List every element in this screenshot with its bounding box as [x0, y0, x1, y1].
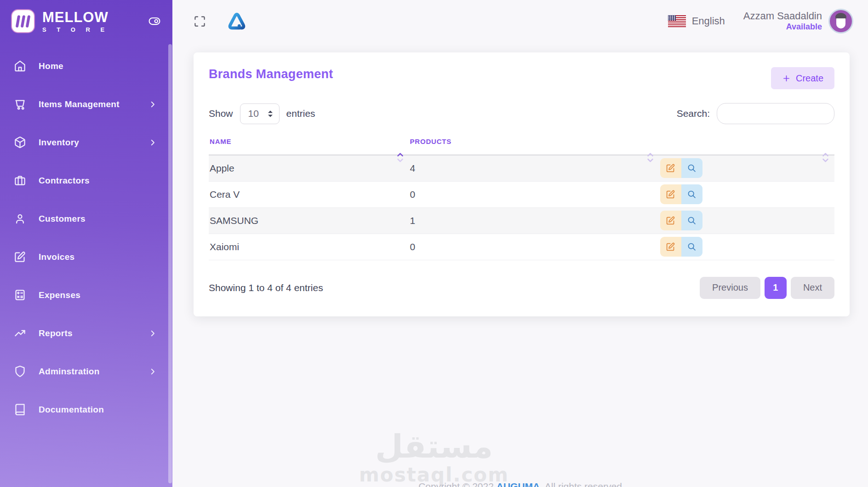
page-size-value: 10	[248, 108, 259, 119]
edit-icon	[666, 216, 675, 225]
sidebar-item-label: Expenses	[39, 290, 80, 300]
sidebar-item-inventory[interactable]: Inventory	[0, 123, 172, 161]
user-menu[interactable]: Azzam Saadaldin Available	[743, 10, 822, 32]
search-input[interactable]	[717, 103, 834, 124]
page-size-select[interactable]: 10	[240, 103, 280, 124]
brand-name-cell: Xaiomi	[209, 234, 409, 260]
trending-up-icon	[14, 327, 26, 339]
sidebar-item-label: Reports	[39, 328, 73, 338]
sort-asc-icon	[647, 152, 654, 157]
user-status: Available	[743, 22, 822, 32]
next-page-button[interactable]: Next	[791, 277, 834, 299]
sidebar-item-label: Inventory	[39, 138, 79, 148]
brand-products-cell: 1	[409, 207, 659, 234]
avatar[interactable]	[828, 9, 853, 34]
table-controls: Show 10 entries Search:	[209, 103, 834, 124]
edit-button[interactable]	[660, 237, 681, 257]
fullscreen-icon[interactable]	[194, 15, 206, 28]
cart-icon	[14, 98, 26, 110]
sidebar-item-label: Invoices	[39, 252, 74, 262]
chevron-right-icon	[148, 100, 157, 109]
edit-icon	[666, 242, 675, 252]
copyright-suffix: , All rights reserved	[540, 481, 622, 487]
edit-button[interactable]	[660, 184, 681, 204]
main-area: English Azzam Saadaldin Available Brands…	[172, 0, 868, 487]
copyright-brand-link: AUGUMA	[497, 481, 540, 487]
brand-products-cell: 0	[409, 181, 659, 207]
view-button[interactable]	[681, 158, 702, 178]
current-page-button[interactable]: 1	[765, 277, 787, 299]
user-name: Azzam Saadaldin	[743, 10, 822, 22]
brand-name: MELLOW	[42, 10, 109, 24]
sidebar-item-adminstration[interactable]: Adminstration	[0, 352, 172, 390]
book-icon	[14, 403, 26, 416]
edit-button[interactable]	[660, 158, 681, 178]
box-icon	[14, 136, 26, 149]
sidebar-nav: Home Items Management Inventory Contract…	[0, 47, 172, 429]
sidebar-header: MELLOW S T O R E	[0, 0, 172, 33]
show-label: Show	[209, 108, 233, 119]
chevron-right-icon	[148, 329, 157, 338]
table-footer: Showing 1 to 4 of 4 entries Previous 1 N…	[209, 277, 834, 299]
search-icon	[687, 189, 697, 199]
row-actions	[660, 184, 702, 204]
select-arrows-icon	[267, 110, 274, 118]
table-row: Xaiomi 0	[209, 234, 834, 260]
brands-card: Brands Management Create Show 10 entries…	[194, 52, 850, 316]
sort-desc-icon	[822, 158, 829, 163]
store-logo-icon	[11, 9, 35, 33]
view-button[interactable]	[681, 211, 702, 230]
brand-products-cell: 0	[409, 234, 659, 260]
column-header-name[interactable]: NAME	[209, 137, 409, 155]
search-icon	[687, 163, 697, 173]
table-row: Cera V 0	[209, 181, 834, 207]
shield-icon	[14, 365, 26, 378]
sidebar-item-customers[interactable]: Customers	[0, 200, 172, 238]
edit-button[interactable]	[660, 211, 681, 230]
sidebar-scrollbar[interactable]	[168, 44, 172, 483]
sidebar-item-label: Adminstration	[39, 367, 100, 377]
calculator-icon	[14, 289, 26, 301]
sidebar-item-documentation[interactable]: Documentation	[0, 390, 172, 429]
search-label: Search:	[677, 108, 710, 119]
topbar: English Azzam Saadaldin Available	[172, 0, 868, 42]
table-row: Apple 4	[209, 155, 834, 181]
sidebar: MELLOW S T O R E Home Items Management I…	[0, 0, 172, 487]
pagination: Previous 1 Next	[700, 277, 834, 299]
sidebar-item-contractors[interactable]: Contractors	[0, 161, 172, 200]
brand-subtitle: S T O R E	[42, 27, 109, 33]
column-header-products[interactable]: PRODUCTS	[409, 137, 659, 155]
view-button[interactable]	[681, 184, 702, 204]
sidebar-item-label: Contractors	[39, 176, 90, 186]
app-logo-icon[interactable]	[226, 11, 247, 32]
sidebar-item-label: Documentation	[39, 405, 104, 415]
sidebar-item-reports[interactable]: Reports	[0, 314, 172, 352]
sidebar-item-label: Home	[39, 61, 63, 71]
sidebar-item-home[interactable]: Home	[0, 47, 172, 85]
search-icon	[687, 242, 697, 252]
topbar-right: English Azzam Saadaldin Available	[668, 9, 853, 34]
view-button[interactable]	[681, 237, 702, 257]
sidebar-item-items-management[interactable]: Items Management	[0, 85, 172, 123]
entries-summary: Showing 1 to 4 of 4 entries	[209, 282, 323, 293]
language-selector[interactable]: English	[668, 15, 725, 27]
edit-icon	[666, 163, 675, 173]
search-icon	[687, 216, 697, 225]
brands-table: NAME PRODUCTS	[209, 137, 834, 260]
row-actions	[660, 237, 702, 257]
sidebar-item-invoices[interactable]: Invoices	[0, 238, 172, 276]
column-header-actions[interactable]	[659, 137, 834, 155]
sidebar-toggle-icon[interactable]	[148, 15, 160, 27]
brand-products-cell: 4	[409, 155, 659, 181]
edit-note-icon	[14, 251, 26, 263]
page-title: Brands Management	[209, 67, 333, 81]
previous-page-button[interactable]: Previous	[700, 277, 760, 299]
plus-icon	[782, 74, 791, 83]
edit-icon	[666, 189, 675, 199]
sidebar-item-expenses[interactable]: Expenses	[0, 276, 172, 314]
chevron-right-icon	[148, 367, 157, 376]
brand-name-cell: SAMSUNG	[209, 207, 409, 234]
create-button[interactable]: Create	[771, 67, 834, 89]
sort-desc-icon	[647, 158, 654, 163]
sort-desc-icon	[397, 158, 404, 163]
